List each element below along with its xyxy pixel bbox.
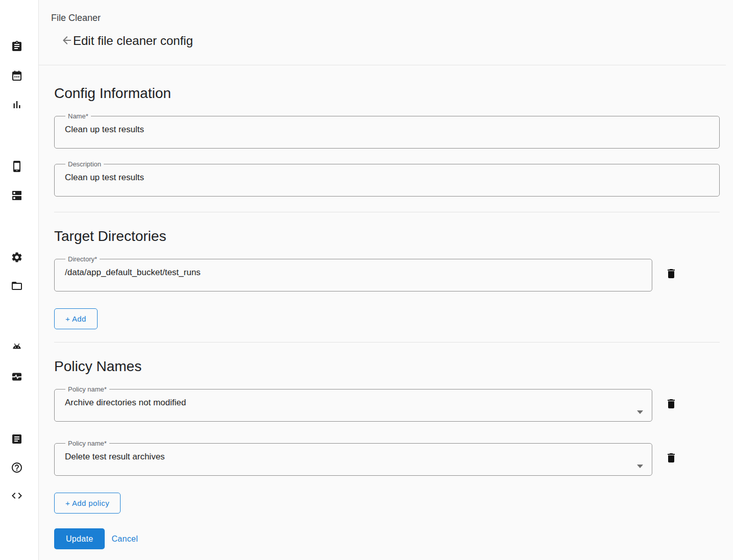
arrow-back-icon <box>61 34 73 48</box>
description-field[interactable]: Description Clean up test results <box>54 160 720 197</box>
description-field-label: Description <box>65 160 104 168</box>
config-information-heading: Config Information <box>54 65 733 102</box>
directory-field-value: /data/app_default_bucket/test_runs <box>65 267 645 278</box>
add-policy-button[interactable]: + Add policy <box>54 493 121 514</box>
target-directories-heading: Target Directories <box>54 212 733 245</box>
settings-icon[interactable] <box>11 251 23 263</box>
form-content: Config Information Name* Clean up test r… <box>39 65 733 549</box>
policy-names-heading: Policy Names <box>54 343 733 375</box>
smartphone-icon[interactable] <box>11 160 23 173</box>
policy-select-value: Archive directories not modified <box>65 398 645 408</box>
bar-chart-icon[interactable] <box>11 99 23 111</box>
calendar-icon[interactable] <box>11 69 23 82</box>
folder-icon[interactable] <box>11 280 23 292</box>
policy-select-label: Policy name* <box>65 440 109 447</box>
delete-policy-button[interactable] <box>665 453 677 465</box>
directory-row: Directory* /data/app_default_bucket/test… <box>54 255 733 291</box>
policy-row: Policy name* Archive directories not mod… <box>54 385 733 422</box>
delete-directory-button[interactable] <box>665 269 677 281</box>
trash-icon <box>665 398 677 411</box>
directory-field[interactable]: Directory* /data/app_default_bucket/test… <box>54 255 652 291</box>
policy-row: Policy name* Delete test result archives <box>54 440 733 476</box>
dns-icon[interactable] <box>11 189 23 202</box>
chevron-down-icon <box>637 410 643 414</box>
app-title: File Cleaner <box>51 12 733 23</box>
chevron-down-icon <box>637 465 643 468</box>
description-field-value: Clean up test results <box>65 173 712 183</box>
page-title: Edit file cleaner config <box>73 34 193 48</box>
sidebar <box>0 0 39 560</box>
add-directory-button[interactable]: + Add <box>54 308 98 329</box>
form-actions: Update Cancel <box>54 528 733 549</box>
name-field-label: Name* <box>65 112 91 120</box>
delete-policy-button[interactable] <box>665 399 677 411</box>
update-button[interactable]: Update <box>54 528 105 549</box>
cancel-button[interactable]: Cancel <box>111 534 138 544</box>
back-button[interactable] <box>61 35 73 47</box>
page-header: File Cleaner Edit file cleaner config <box>39 0 733 65</box>
name-field-value: Clean up test results <box>65 125 712 135</box>
policy-select-value: Delete test result archives <box>65 452 645 462</box>
code-icon[interactable] <box>11 490 23 502</box>
help-icon[interactable] <box>11 461 23 474</box>
name-field[interactable]: Name* Clean up test results <box>54 112 720 149</box>
android-icon[interactable] <box>11 342 23 354</box>
trash-icon <box>665 452 677 466</box>
directory-field-label: Directory* <box>65 255 100 263</box>
policy-select-1[interactable]: Policy name* Archive directories not mod… <box>54 385 652 422</box>
assignment-icon[interactable] <box>11 40 23 53</box>
trash-icon <box>665 267 677 281</box>
monitoring-icon[interactable] <box>11 371 23 383</box>
article-icon[interactable] <box>11 433 23 445</box>
policy-select-2[interactable]: Policy name* Delete test result archives <box>54 440 652 476</box>
main-panel: File Cleaner Edit file cleaner config Co… <box>39 0 733 560</box>
policy-select-label: Policy name* <box>65 385 109 393</box>
